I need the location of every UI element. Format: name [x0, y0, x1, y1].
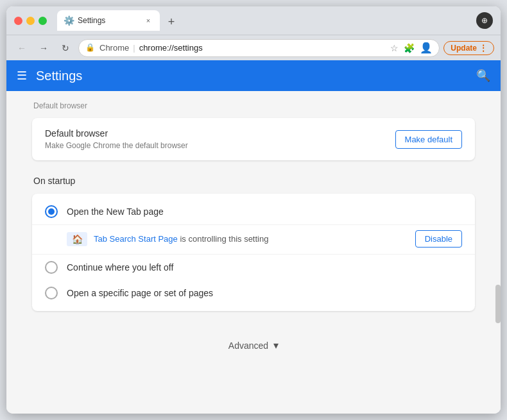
chevron-down-icon: ▾	[273, 339, 279, 351]
startup-option-new-tab[interactable]: Open the New Tab page	[32, 199, 475, 224]
back-icon: ←	[17, 43, 26, 53]
extensions-icon[interactable]: 🧩	[404, 43, 415, 53]
make-default-button[interactable]: Make default	[395, 130, 462, 149]
radio-specific[interactable]	[45, 287, 58, 299]
nav-bar: ← → ↻ 🔒 Chrome | chrome://settings ☆ 🧩 👤…	[6, 35, 501, 60]
tab-close-button[interactable]: ×	[143, 15, 153, 26]
startup-option-specific-label: Open a specific page or set of pages	[67, 288, 213, 298]
update-button[interactable]: Update ⋮	[443, 41, 494, 55]
advanced-section[interactable]: Advanced ▾	[32, 326, 475, 364]
new-tab-button[interactable]: +	[162, 13, 180, 31]
main-content: PC .COM Default browser Default browser …	[6, 91, 501, 414]
star-icon[interactable]: ☆	[390, 43, 399, 53]
radio-new-tab[interactable]	[45, 205, 58, 218]
address-bar[interactable]: 🔒 Chrome | chrome://settings ☆ 🧩 👤	[78, 39, 440, 57]
default-browser-title: Default browser	[45, 128, 188, 139]
address-separator: |	[133, 43, 135, 53]
address-right-icons: ☆ 🧩 👤	[390, 42, 433, 54]
tab-favicon: ⚙️	[64, 15, 74, 26]
default-browser-card: Default browser Make Google Chrome the d…	[32, 118, 475, 160]
refresh-icon: ↻	[62, 43, 69, 53]
tab-search-row: 🏠 Tab Search Start Page is controlling t…	[32, 224, 475, 255]
radio-inner-new-tab	[48, 208, 55, 215]
search-icon[interactable]: 🔍	[476, 69, 490, 83]
refresh-button[interactable]: ↻	[56, 39, 74, 57]
tab-search-link[interactable]: Tab Search Start Page	[94, 234, 178, 244]
active-tab[interactable]: ⚙️ Settings ×	[57, 10, 160, 31]
address-path: chrome://settings	[139, 43, 203, 53]
minimize-button[interactable]	[26, 17, 35, 25]
startup-option-continue-label: Continue where you left off	[67, 262, 173, 273]
settings-title: Settings	[36, 69, 476, 83]
tab-search-text: Tab Search Start Page is controlling thi…	[94, 234, 409, 244]
tab-bar: ⚙️ Settings × +	[57, 10, 471, 31]
advanced-label: Advanced	[228, 340, 268, 351]
close-button[interactable]	[14, 17, 22, 25]
tab-search-icon: 🏠	[67, 232, 87, 246]
default-browser-text: Default browser Make Google Chrome the d…	[45, 128, 188, 150]
startup-option-new-tab-label: Open the New Tab page	[67, 206, 164, 217]
startup-option-continue[interactable]: Continue where you left off	[32, 255, 475, 280]
site-name: Chrome	[99, 43, 129, 53]
content-inner: Default browser Default browser Make Goo…	[6, 91, 501, 374]
address-favicon: 🔒	[85, 43, 96, 53]
update-menu-icon: ⋮	[479, 44, 487, 53]
disable-button[interactable]: Disable	[415, 230, 462, 248]
on-startup-label: On startup	[32, 176, 475, 186]
default-browser-section-title: Default browser	[32, 101, 475, 110]
forward-icon: →	[39, 43, 48, 53]
tab-title: Settings	[78, 16, 139, 25]
forward-button[interactable]: →	[35, 39, 53, 57]
maximize-button[interactable]	[39, 17, 47, 25]
tab-search-icon-symbol: 🏠	[72, 234, 83, 244]
back-button[interactable]: ←	[13, 39, 31, 57]
profile-icon[interactable]: ⊕	[476, 12, 493, 29]
account-icon[interactable]: 👤	[420, 42, 433, 54]
title-bar: ⚙️ Settings × + ⊕	[6, 6, 501, 35]
settings-header: ☰ Settings 🔍	[6, 60, 501, 91]
tab-search-suffix: is controlling this setting	[178, 234, 269, 244]
default-browser-subtitle: Make Google Chrome the default browser	[45, 141, 188, 150]
browser-window: ⚙️ Settings × + ⊕ ← → ↻ 🔒 Chrome | chrom…	[6, 6, 501, 414]
startup-option-specific[interactable]: Open a specific page or set of pages	[32, 280, 475, 306]
radio-continue[interactable]	[45, 261, 58, 274]
startup-card: Open the New Tab page 🏠 Tab Search Start…	[32, 194, 475, 311]
update-label: Update	[451, 44, 477, 53]
profile-icon-symbol: ⊕	[481, 16, 488, 25]
traffic-lights	[14, 17, 47, 25]
hamburger-icon[interactable]: ☰	[17, 69, 27, 83]
